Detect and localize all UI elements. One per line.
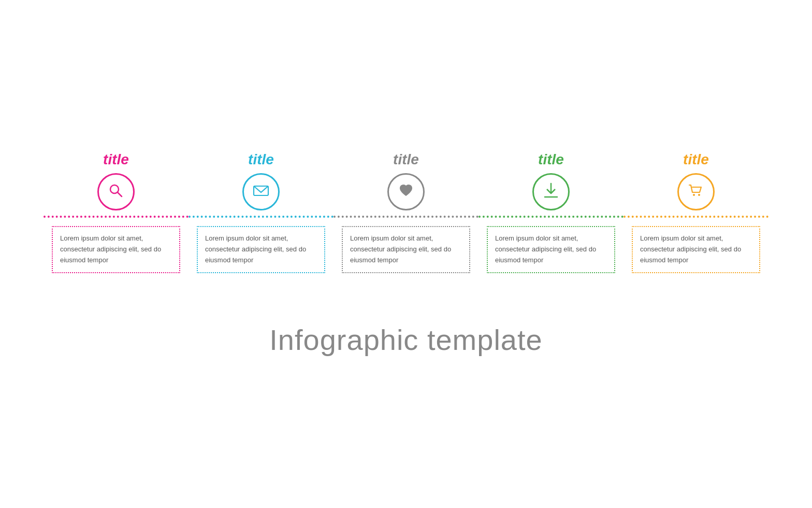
svg-point-5 — [693, 194, 695, 196]
svg-line-1 — [118, 192, 122, 196]
desc-text-2: Lorem ipsum dolor sit amet, consectetur … — [205, 234, 306, 264]
svg-point-6 — [698, 194, 700, 196]
step-2-title: title — [248, 151, 274, 168]
desc-box-5: Lorem ipsum dolor sit amet, consectetur … — [624, 220, 769, 281]
desc-box-2-inner: Lorem ipsum dolor sit amet, consectetur … — [197, 226, 325, 273]
desc-box-2: Lorem ipsum dolor sit amet, consectetur … — [189, 220, 334, 281]
step-4-icon-wrapper — [532, 173, 570, 210]
download-icon — [542, 181, 560, 202]
desc-text-5: Lorem ipsum dolor sit amet, consectetur … — [640, 234, 741, 264]
desc-box-3-inner: Lorem ipsum dolor sit amet, consectetur … — [342, 226, 470, 273]
step-1-icon-wrapper — [97, 173, 135, 210]
dot-segment-2 — [189, 216, 334, 219]
step-5-title: title — [683, 151, 709, 168]
desc-row: Lorem ipsum dolor sit amet, consectetur … — [44, 220, 769, 281]
step-5-icon-wrapper — [677, 173, 715, 210]
bottom-title: Infographic template — [269, 323, 542, 357]
dotted-line-row — [44, 215, 769, 220]
dot-segment-3 — [334, 216, 479, 219]
dot-segment-5 — [624, 216, 769, 219]
step-3-icon-wrapper — [387, 173, 425, 210]
step-5: title — [624, 151, 769, 210]
desc-text-3: Lorem ipsum dolor sit amet, consectetur … — [350, 234, 451, 264]
desc-text-4: Lorem ipsum dolor sit amet, consectetur … — [495, 234, 596, 264]
cart-icon — [687, 181, 705, 202]
mail-icon — [252, 181, 270, 202]
desc-text-1: Lorem ipsum dolor sit amet, consectetur … — [60, 234, 161, 264]
step-1: title — [44, 151, 189, 210]
step-4: title — [479, 151, 624, 210]
desc-box-3: Lorem ipsum dolor sit amet, consectetur … — [334, 220, 479, 281]
dot-segment-4 — [479, 216, 624, 219]
heart-icon — [397, 181, 415, 202]
step-4-title: title — [538, 151, 564, 168]
desc-box-4: Lorem ipsum dolor sit amet, consectetur … — [479, 220, 624, 281]
desc-box-5-inner: Lorem ipsum dolor sit amet, consectetur … — [632, 226, 760, 273]
infographic-container: title title — [44, 151, 769, 356]
search-icon — [107, 181, 125, 202]
step-3-title: title — [393, 151, 419, 168]
step-3: title — [334, 151, 479, 210]
timeline-row: title title — [44, 151, 769, 210]
desc-box-4-inner: Lorem ipsum dolor sit amet, consectetur … — [487, 226, 615, 273]
desc-box-1-inner: Lorem ipsum dolor sit amet, consectetur … — [52, 226, 180, 273]
step-2-icon-wrapper — [242, 173, 280, 210]
desc-box-1: Lorem ipsum dolor sit amet, consectetur … — [44, 220, 189, 281]
dot-segment-1 — [44, 216, 189, 219]
step-1-title: title — [103, 151, 129, 168]
step-2: title — [189, 151, 334, 210]
